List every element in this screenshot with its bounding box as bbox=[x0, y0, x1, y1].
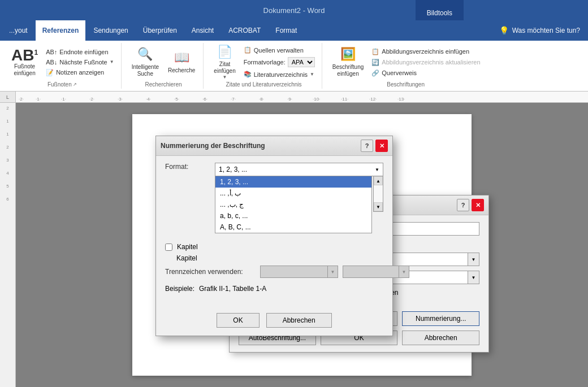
beispiele-row: Beispiele: Grafik II-1, Tabelle 1-A bbox=[165, 285, 383, 293]
btn-nummerierung[interactable]: Nummerierung... bbox=[402, 311, 479, 326]
title-bar-text: Dokument2 - Word bbox=[263, 6, 325, 15]
fussnoten-buttons: AB1 Fußnoteeinfügen AB↑ Endnote einfügen… bbox=[8, 44, 116, 80]
beschriftungen-small-btns: 📋 Abbildungsverzeichnis einfügen 🔄 Abbil… bbox=[369, 47, 482, 78]
dialog-nummerierung-title: Nummerierung der Beschriftung ? ✕ bbox=[156, 136, 392, 156]
kapitel-row-2: Kapitel bbox=[176, 254, 383, 262]
btn-fussnote-einfugen[interactable]: AB1 Fußnoteeinfügen bbox=[8, 45, 41, 79]
group-expand-icon[interactable]: ↗ bbox=[73, 82, 77, 87]
format-dropdown-options: 1, 2, 3, ... ... ,ب ,أ ... ,ج ,ب a, b, c… bbox=[215, 176, 372, 233]
abbildung-icon: 📋 bbox=[371, 48, 379, 55]
bildtools-tab: Bildtools bbox=[416, 0, 464, 20]
group-beschriftungen-label: Beschriftungen bbox=[329, 80, 483, 88]
beschriftung-close-btn[interactable]: ✕ bbox=[472, 199, 484, 211]
nummerierung-close-btn[interactable]: ✕ bbox=[375, 140, 388, 152]
ribbon-search: 💡 Was möchten Sie tun? bbox=[499, 26, 586, 35]
btn-querverweis[interactable]: 🔗 Querverweis bbox=[369, 68, 482, 78]
bindestrich-input[interactable]: (Bindestrich) bbox=[343, 266, 399, 278]
tab-sendungen[interactable]: Sendungen bbox=[87, 20, 135, 41]
btn-zitat-label: Zitateinfügen bbox=[214, 61, 235, 75]
btn-nummerierung-ok[interactable]: OK bbox=[217, 313, 259, 328]
btn-literatur-label: Literaturverzeichnis bbox=[254, 71, 308, 78]
scroll-up-btn[interactable]: ▲ bbox=[374, 176, 383, 185]
beschriftungen-buttons: 🖼️ Beschriftungeinfügen 📋 Abbildungsverz… bbox=[329, 44, 483, 80]
tab-ansicht[interactable]: Ansicht bbox=[185, 20, 220, 41]
btn-beschriftung-abbrechen[interactable]: Abbrechen bbox=[402, 331, 479, 345]
btn-quellen-verwalten[interactable]: 📋 Quellen verwalten bbox=[241, 45, 317, 55]
bezeichnung-dropdown-btn[interactable]: ▼ bbox=[468, 253, 479, 266]
btn-quellen-label: Quellen verwalten bbox=[254, 47, 304, 54]
trennzeichen-select-wrapper: ▼ bbox=[260, 266, 338, 278]
format-row: Format: 1, 2, 3, ... ▼ 1, 2, 3, ... ... … bbox=[165, 163, 383, 176]
btn-fussnote-label: Fußnoteeinfügen bbox=[14, 63, 35, 77]
ruler-marks: ·2· ·1· ·1· ·2· ·3· ·4· ·5· ·6· ·7· ·8· … bbox=[16, 92, 588, 102]
btn-beschriftung-einfugen[interactable]: 🖼️ Beschriftungeinfügen bbox=[329, 45, 368, 79]
nummerierung-help-btn[interactable]: ? bbox=[361, 140, 373, 152]
btn-notizen-anzeigen[interactable]: 📝 Notizen anzeigen bbox=[44, 68, 116, 77]
btn-recherche-label: Recherche bbox=[168, 67, 195, 74]
ribbon-content: AB1 Fußnoteeinfügen AB↑ Endnote einfügen… bbox=[0, 41, 588, 92]
btn-endnote-label: Endnote einfügen bbox=[59, 49, 108, 55]
trennzeichen-arrow-icon[interactable]: ▼ bbox=[328, 266, 338, 278]
format-label: Format: bbox=[165, 163, 210, 171]
kapitel-checkbox[interactable] bbox=[165, 243, 172, 251]
option-arabic-rtl2[interactable]: ... ,ج ,ب bbox=[215, 199, 371, 210]
dialog-nummerierung[interactable]: Nummerierung der Beschriftung ? ✕ Format… bbox=[155, 136, 393, 336]
tab-acrobat[interactable]: ACROBAT bbox=[222, 20, 267, 41]
ruler: L ·2· ·1· ·1· ·2· ·3· ·4· ·5· ·6· ·7· ·8… bbox=[0, 92, 588, 103]
btn-naechste-label: Nächste Fußnote bbox=[59, 59, 107, 66]
chevron-down-icon: ▼ bbox=[110, 59, 114, 64]
option-abc-lower[interactable]: a, b, c, ... bbox=[215, 210, 371, 221]
format-select[interactable]: APA bbox=[288, 57, 315, 67]
tab-format[interactable]: Format bbox=[269, 20, 304, 41]
dropdown-arrow-icon: ▼ bbox=[375, 167, 379, 172]
btn-abbildungsverzeichnis-einfugen[interactable]: 📋 Abbildungsverzeichnis einfügen bbox=[369, 47, 482, 56]
btn-zitat-einfugen[interactable]: 📄 Zitateinfügen ▼ bbox=[210, 45, 239, 79]
search-text[interactable]: Was möchten Sie tun? bbox=[512, 27, 580, 34]
btn-beschriftung-label: Beschriftungeinfügen bbox=[332, 64, 364, 77]
btn-nummerierung-abbrechen[interactable]: Abbrechen bbox=[266, 313, 332, 328]
format-dropdown-trigger[interactable]: 1, 2, 3, ... ▼ bbox=[215, 163, 383, 176]
btn-notizen-label: Notizen anzeigen bbox=[56, 69, 104, 76]
beispiele-value: Grafik II-1, Tabelle 1-A bbox=[199, 285, 266, 293]
btn-abbildungsverzeichnis-aktualisieren[interactable]: 🔄 Abbildungsverzeichnis aktualisieren bbox=[369, 58, 482, 67]
dialog-nummerierung-footer: OK Abbrechen bbox=[156, 308, 392, 336]
btn-aktualisieren-label: Abbildungsverzeichnis aktualisieren bbox=[382, 59, 480, 66]
zitate-small-btns: 📋 Quellen verwalten Formatvorlage: APA 📚… bbox=[241, 45, 317, 79]
chevron-literatur-icon: ▼ bbox=[310, 72, 314, 77]
format-dropdown-container: 1, 2, 3, ... ▼ 1, 2, 3, ... ... ,ب ,أ ..… bbox=[215, 163, 383, 176]
group-zitate: 📄 Zitateinfügen ▼ 📋 Quellen verwalten Fo… bbox=[206, 43, 322, 89]
btn-abbildung-label: Abbildungsverzeichnis einfügen bbox=[382, 48, 469, 55]
btn-intelligente-suche[interactable]: 🔍 IntelligenteSuche bbox=[128, 45, 162, 79]
ruler-corner: L bbox=[0, 92, 16, 102]
option-abc-upper[interactable]: A, B, C, ... bbox=[215, 221, 371, 233]
btn-literaturverzeichnis[interactable]: 📚 Literaturverzeichnis ▼ bbox=[241, 69, 317, 79]
trennzeichen-row: Trennzeichen verwenden: ▼ (Bindestrich) … bbox=[165, 266, 383, 278]
btn-recherche[interactable]: 📖 Recherche bbox=[165, 45, 198, 79]
ribbon-tabs: ...yout Referenzen Sendungen Überprüfen … bbox=[0, 20, 588, 41]
group-fussnoten: AB1 Fußnoteeinfügen AB↑ Endnote einfügen… bbox=[3, 43, 122, 89]
bindestrich-arrow-icon[interactable]: ▼ bbox=[399, 266, 409, 278]
literatur-icon: 📚 bbox=[244, 71, 252, 78]
tab-uberprüfen[interactable]: Überprüfen bbox=[136, 20, 184, 41]
btn-naechste-fussnote[interactable]: AB↓ Nächste Fußnote ▼ bbox=[44, 58, 116, 67]
option-1-2-3[interactable]: 1, 2, 3, ... bbox=[215, 176, 371, 188]
trennzeichen-input[interactable] bbox=[260, 266, 328, 278]
option-arabic-rtl[interactable]: ... ,ب ,أ bbox=[215, 188, 371, 199]
trennzeichen-label: Trennzeichen verwenden: bbox=[165, 268, 256, 276]
bindestrich-select-wrapper: (Bindestrich) ▼ bbox=[343, 266, 409, 278]
scroll-down-btn[interactable]: ▼ bbox=[374, 202, 383, 211]
dialog-nummerierung-body: Format: 1, 2, 3, ... ▼ 1, 2, 3, ... ... … bbox=[156, 156, 392, 308]
lightbulb-icon: 💡 bbox=[499, 26, 509, 35]
aktualisieren-icon: 🔄 bbox=[371, 59, 379, 66]
position-dropdown-btn[interactable]: ▼ bbox=[468, 271, 479, 284]
group-recherchieren-label: Recherchieren bbox=[128, 80, 199, 88]
title-bar: Dokument2 - Word Bildtools bbox=[0, 0, 588, 20]
recherchieren-buttons: 🔍 IntelligenteSuche 📖 Recherche bbox=[128, 44, 199, 80]
querverweis-icon: 🔗 bbox=[371, 69, 379, 77]
group-fussnoten-label: Fußnoten ↗ bbox=[8, 80, 116, 88]
format-dropdown-scrollbar: ▲ ▼ bbox=[373, 176, 383, 212]
tab-layout[interactable]: ...yout bbox=[2, 20, 34, 41]
beschriftung-help-btn[interactable]: ? bbox=[457, 199, 469, 211]
tab-referenzen[interactable]: Referenzen bbox=[36, 20, 86, 41]
btn-endnote[interactable]: AB↑ Endnote einfügen bbox=[44, 47, 116, 56]
